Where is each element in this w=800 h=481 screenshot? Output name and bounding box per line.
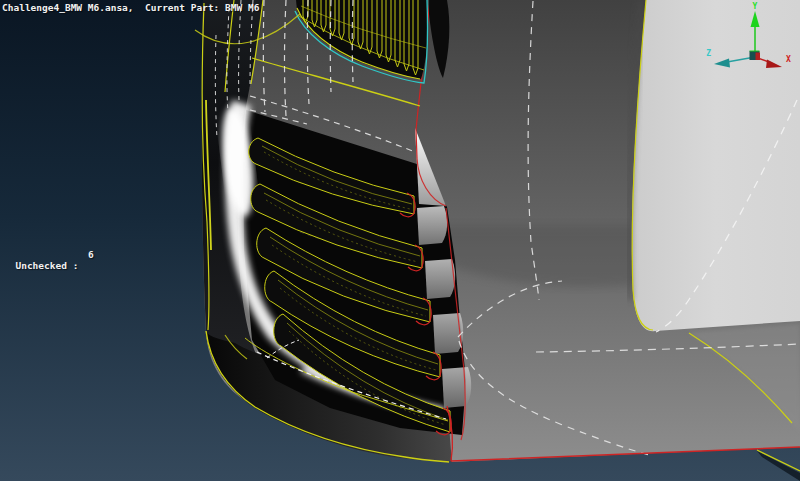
axis-z-label: Z xyxy=(706,49,711,58)
axis-x-label: X xyxy=(786,55,791,64)
model-viewport[interactable]: Y Z X Challenge4_BMW M6.ansa, Current Pa… xyxy=(0,0,800,481)
axis-y-label: Y xyxy=(753,2,758,11)
unchecked-status: Unchecked : 6 xyxy=(4,249,78,282)
viewport-canvas[interactable]: Y Z X xyxy=(0,0,800,481)
window-title: Challenge4_BMW M6.ansa, Current Part: BM… xyxy=(2,2,259,13)
hood-panel[interactable] xyxy=(629,0,800,331)
unchecked-status-label: Unchecked : xyxy=(15,260,78,271)
unchecked-status-value: 6 xyxy=(88,249,94,260)
axis-origin-cube xyxy=(750,51,761,60)
